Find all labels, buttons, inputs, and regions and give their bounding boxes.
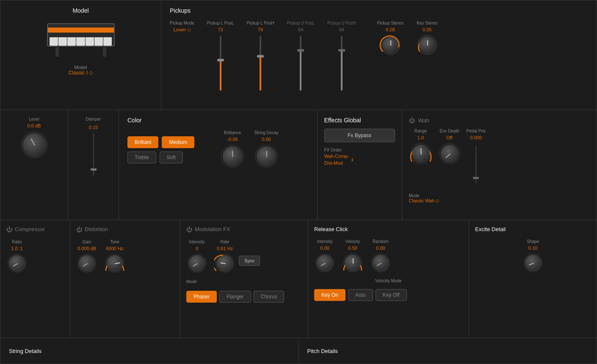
svg-line-19 bbox=[115, 263, 120, 264]
wah-range-group: Range 1.0 bbox=[409, 129, 433, 165]
white-key bbox=[94, 37, 103, 46]
model-label: Model bbox=[75, 65, 87, 70]
gain-knob[interactable] bbox=[79, 255, 95, 271]
slider-track-active bbox=[260, 56, 261, 91]
pedal-pos-slider[interactable] bbox=[475, 145, 477, 183]
slider-thumb[interactable] bbox=[257, 55, 264, 58]
wah-range-knob[interactable] bbox=[412, 145, 430, 163]
pickup-stereo-knob[interactable] bbox=[382, 37, 398, 53]
distortion-header: ⏻ Distortion bbox=[76, 226, 174, 233]
pickup-mode-value[interactable]: Lower ◇ bbox=[173, 27, 191, 33]
release-click-header: Release Click bbox=[314, 226, 463, 232]
level-knob-group: Level 0.0 dB bbox=[19, 117, 49, 160]
intensity-value: 0 bbox=[196, 246, 198, 251]
key-stereo-knob[interactable] bbox=[419, 37, 435, 53]
intensity-knob[interactable] bbox=[189, 255, 205, 271]
pickup-l-posh-slider[interactable] bbox=[260, 36, 261, 91]
tone-knob[interactable] bbox=[107, 255, 123, 271]
rate-label: Rate bbox=[220, 240, 229, 244]
pickup-l-posh-group: Pickup L PosH 79 bbox=[246, 21, 274, 92]
ratio-group: Ratio 1.0 :1 bbox=[6, 240, 28, 274]
treble-button[interactable]: Treble bbox=[127, 152, 156, 163]
intensity-group: Intensity 0 bbox=[186, 240, 207, 274]
white-key bbox=[103, 37, 112, 46]
pickup-u-posh-label: Pickup U PosH bbox=[327, 21, 356, 25]
rc-random-value: 0.00 bbox=[376, 245, 385, 251]
chorus-button[interactable]: Chorus bbox=[254, 291, 285, 303]
brilliance-value: -0.06 bbox=[227, 137, 238, 142]
env-depth-value: Off bbox=[446, 135, 452, 140]
string-decay-value: 0.00 bbox=[262, 137, 271, 142]
pickup-l-posl-label: Pickup L PosL bbox=[207, 21, 234, 25]
svg-line-5 bbox=[31, 139, 35, 146]
wah-mode-value[interactable]: Classic Wah ◇ bbox=[409, 198, 439, 204]
env-depth-knob-wrapper bbox=[438, 142, 462, 165]
svg-line-17 bbox=[83, 264, 87, 266]
fx-bypass-button[interactable]: Fx Bypass bbox=[324, 129, 395, 142]
modulation-mode-label: Mode bbox=[186, 279, 302, 284]
knob-indicator bbox=[525, 255, 542, 271]
medium-button[interactable]: Medium bbox=[162, 136, 194, 148]
wah-power-icon[interactable]: ⏻ bbox=[409, 117, 415, 124]
string-details-panel: String Details bbox=[0, 338, 299, 364]
modulation-header: ⏻ Modulation FX bbox=[186, 226, 302, 233]
wah-title: Wah bbox=[418, 117, 429, 124]
rc-intensity-knob[interactable] bbox=[317, 255, 333, 271]
fx-order-chevron-icon: ⇕ bbox=[351, 157, 354, 162]
compressor-title: Compressor bbox=[15, 226, 45, 232]
rc-random-knob[interactable] bbox=[373, 255, 389, 271]
distortion-power-icon[interactable]: ⏻ bbox=[76, 226, 82, 233]
soft-button[interactable]: Soft bbox=[160, 152, 183, 163]
string-decay-knob[interactable] bbox=[257, 146, 276, 166]
compressor-power-icon[interactable]: ⏻ bbox=[6, 226, 12, 233]
model-value[interactable]: Classic I ◇ bbox=[69, 70, 93, 76]
brilliance-knob[interactable] bbox=[223, 146, 242, 166]
rate-knob[interactable] bbox=[217, 255, 233, 271]
rc-random-label: Random bbox=[373, 239, 389, 244]
pickup-stereo-label: Pickup Stereo bbox=[377, 21, 403, 25]
slider-track-inactive bbox=[300, 50, 301, 91]
slider-thumb[interactable] bbox=[297, 49, 304, 52]
rc-velocity-knob[interactable] bbox=[345, 255, 361, 271]
color-panel: Color Brilliant Medium Treble Soft Brill… bbox=[119, 110, 318, 219]
knob-indicator bbox=[441, 145, 459, 163]
slider-thumb[interactable] bbox=[217, 59, 224, 61]
level-knob[interactable] bbox=[23, 133, 46, 156]
wah-mode-label: Mode bbox=[409, 193, 420, 198]
slider-thumb[interactable] bbox=[338, 49, 345, 52]
knob-indicator bbox=[420, 37, 436, 53]
modulation-power-icon[interactable]: ⏻ bbox=[186, 226, 192, 233]
ratio-knob[interactable] bbox=[9, 255, 25, 271]
key-on-button[interactable]: Key On bbox=[314, 289, 345, 301]
env-depth-knob[interactable] bbox=[441, 145, 459, 163]
shape-knob[interactable] bbox=[525, 255, 541, 271]
pickup-u-posl-slider[interactable] bbox=[300, 36, 301, 91]
distortion-title: Distortion bbox=[85, 226, 108, 232]
damper-fader[interactable] bbox=[93, 133, 94, 176]
level-knob-wrapper bbox=[19, 130, 49, 160]
fx-order-label: FX Order bbox=[324, 148, 342, 152]
fx-order-value[interactable]: Wah-Comp-Dist-Mod bbox=[324, 153, 349, 166]
sync-button[interactable]: Sync bbox=[239, 256, 260, 266]
wah-controls-row: Range 1.0 bbox=[409, 129, 590, 185]
rate-knob-wrapper bbox=[214, 253, 235, 274]
pickup-u-posh-slider[interactable] bbox=[341, 36, 343, 91]
compressor-knob-row: Ratio 1.0 :1 bbox=[6, 240, 64, 274]
key-off-button[interactable]: Key Off bbox=[376, 289, 407, 301]
flanger-button[interactable]: Flanger bbox=[219, 291, 251, 303]
brilliant-button[interactable]: Brilliant bbox=[127, 136, 158, 148]
brilliance-label: Brilliance bbox=[224, 130, 241, 135]
phaser-button[interactable]: Phaser bbox=[186, 291, 217, 303]
effects-global-title: Effects Global bbox=[324, 117, 395, 124]
key-stereo-group: Key Stereo 0.05 bbox=[416, 21, 438, 56]
shape-knob-wrapper bbox=[522, 252, 544, 273]
pickup-l-posl-slider[interactable] bbox=[220, 36, 221, 91]
auto-button[interactable]: Auto bbox=[348, 289, 373, 301]
pickup-l-posh-value: 79 bbox=[258, 27, 263, 32]
knob-indicator bbox=[383, 37, 399, 53]
damper-thumb[interactable] bbox=[91, 168, 97, 171]
pedal-pos-thumb[interactable] bbox=[473, 177, 479, 179]
gain-label: Gain bbox=[82, 240, 91, 244]
rate-sync-row: Rate 0.61 Hz bbox=[214, 240, 260, 274]
fx-order-value-row: Wah-Comp-Dist-Mod ⇕ bbox=[324, 153, 395, 166]
